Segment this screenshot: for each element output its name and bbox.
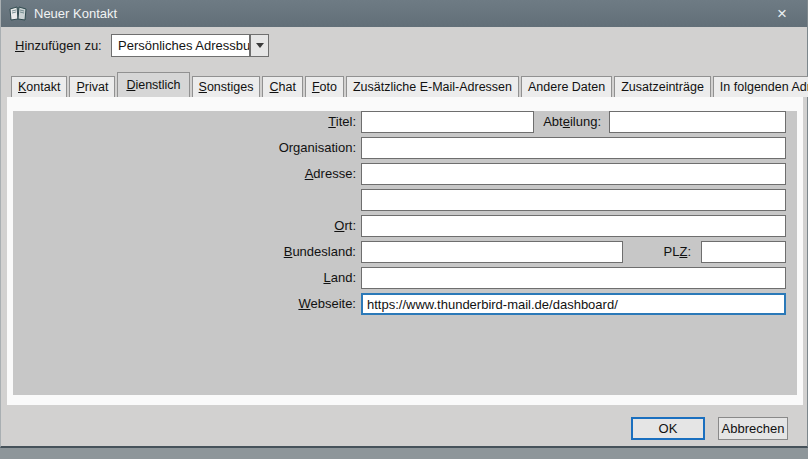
tab-foto[interactable]: Foto	[305, 76, 344, 97]
organisation-label: Organisation:	[201, 137, 356, 159]
tab-sonstiges[interactable]: Sonstiges	[192, 76, 261, 97]
plz-input[interactable]	[701, 241, 786, 263]
tab-in-folgenden-adressbuechern[interactable]: In folgenden Adressbüchern	[713, 76, 808, 97]
bundesland-input[interactable]	[361, 241, 623, 263]
ort-label: Ort:	[256, 215, 356, 237]
tab-zusatzeintraege[interactable]: Zusatzeinträge	[614, 76, 711, 97]
tab-andere-daten[interactable]: Andere Daten	[521, 76, 612, 97]
titlebar[interactable]: Neuer Kontakt ×	[1, 0, 807, 27]
screen: Neuer Kontakt × Hinzufügen zu: Persönlic…	[0, 0, 808, 459]
tab-kontakt[interactable]: Kontakt	[11, 76, 67, 97]
titel-label: Titel:	[256, 111, 356, 133]
close-icon[interactable]: ×	[765, 0, 799, 27]
plz-label: PLZ:	[601, 241, 691, 263]
bundesland-label: Bundesland:	[231, 241, 356, 263]
adresse2-input[interactable]	[361, 189, 786, 211]
tab-privat[interactable]: Privat	[69, 76, 115, 97]
add-to-label: Hinzufügen zu:	[15, 34, 102, 57]
window-title: Neuer Kontakt	[34, 6, 117, 21]
ok-button[interactable]: OK	[631, 417, 705, 440]
tab-zusaetzliche-email-adressen[interactable]: Zusätzliche E-Mail-Adressen	[346, 76, 519, 97]
organisation-input[interactable]	[361, 137, 786, 159]
adresse-label: Adresse:	[256, 163, 356, 185]
addressbook-icon	[9, 6, 27, 21]
land-input[interactable]	[361, 267, 786, 289]
tab-chat[interactable]: Chat	[262, 76, 302, 97]
abteilung-input[interactable]	[609, 111, 786, 133]
ort-input[interactable]	[361, 215, 786, 237]
abteilung-label: Abteilung:	[481, 111, 601, 133]
webseite-input[interactable]	[361, 293, 786, 315]
webseite-label: Webseite:	[241, 293, 356, 315]
land-label: Land:	[256, 267, 356, 289]
addressbook-select[interactable]: Persönliches Adressbu...	[111, 34, 250, 57]
tab-strip: Kontakt Privat Dienstlich Sonstiges Chat…	[11, 72, 808, 97]
new-contact-dialog: Neuer Kontakt × Hinzufügen zu: Persönlic…	[0, 0, 808, 448]
addressbook-dropdown-button[interactable]	[250, 34, 269, 57]
chevron-down-icon	[256, 43, 264, 48]
tab-dienstlich[interactable]: Dienstlich	[117, 72, 189, 97]
cancel-button[interactable]: Abbrechen	[718, 417, 788, 440]
adresse-input[interactable]	[361, 163, 786, 185]
